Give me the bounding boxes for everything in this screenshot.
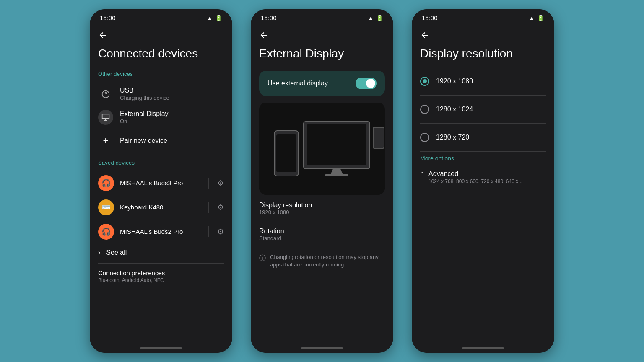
page-title-1: Connected devices xyxy=(98,47,224,61)
keyboard-icon: ⌨️ xyxy=(98,199,114,215)
display-preview xyxy=(259,103,385,195)
radio-circle-1280-720 xyxy=(420,133,429,142)
home-indicator-1 xyxy=(90,344,232,353)
status-time-3: 15:00 xyxy=(422,14,438,21)
saved-buds3[interactable]: 🎧 MISHAAL's Buds3 Pro ⚙ xyxy=(98,171,224,195)
display-resolution-section[interactable]: Display resolution 1920 x 1080 xyxy=(259,202,385,215)
vert-divider-3 xyxy=(208,226,209,237)
wifi-icon-1: ▲ xyxy=(207,15,213,21)
ext-display-icon xyxy=(98,110,113,125)
divider-r3 xyxy=(420,151,546,152)
rotation-section[interactable]: Rotation Standard xyxy=(259,228,385,241)
more-options-label: More options xyxy=(420,155,546,162)
info-section: ⓘ Changing rotation or resolution may st… xyxy=(259,253,385,269)
buds3-icon: 🎧 xyxy=(98,175,114,191)
page-title-3: Display resolution xyxy=(420,47,546,61)
connection-preferences-section[interactable]: Connection preferences Bluetooth, Androi… xyxy=(98,263,224,283)
usb-icon xyxy=(98,86,113,101)
back-button-3[interactable] xyxy=(420,31,546,41)
back-button-2[interactable] xyxy=(259,31,385,41)
toggle-knob xyxy=(366,79,375,88)
status-bar-1: 15:00 ▲ 🔋 xyxy=(90,9,232,24)
radio-1280-1024[interactable]: 1280 x 1024 xyxy=(420,99,546,120)
radio-inner-1920 xyxy=(423,79,427,83)
toggle-switch[interactable] xyxy=(356,78,377,89)
chevron-right-icon: › xyxy=(98,249,100,256)
home-indicator-3 xyxy=(412,344,554,353)
use-external-display-card[interactable]: Use external display xyxy=(259,71,385,96)
screen-1-content: Connected devices Other devices USB Char… xyxy=(90,24,232,344)
phone-small-illustration xyxy=(373,127,384,149)
status-time-2: 15:00 xyxy=(261,14,277,21)
saved-devices-label: Saved devices xyxy=(98,160,224,166)
saved-buds2[interactable]: 🎧 MISHAAL's Buds2 Pro ⚙ xyxy=(98,220,224,244)
phone-3: 15:00 ▲ 🔋 Display resolution 1920 x 1080… xyxy=(412,9,554,353)
radio-circle-1920 xyxy=(420,77,429,86)
monitor-illustration xyxy=(303,121,370,176)
see-all-item[interactable]: › See all xyxy=(98,244,224,261)
plus-icon: + xyxy=(98,133,113,148)
divider-3 xyxy=(259,248,385,248)
usb-text: USB Charging this device xyxy=(120,87,169,101)
ext-display-text: External Display On xyxy=(120,110,169,124)
advanced-item[interactable]: ˅ Advanced 1024 x 768, 800 x 600, 720 x … xyxy=(420,166,546,189)
radio-1280-720[interactable]: 1280 x 720 xyxy=(420,127,546,148)
wifi-icon-3: ▲ xyxy=(529,15,535,21)
battery-icon-1: 🔋 xyxy=(215,15,222,21)
divider-r1 xyxy=(420,95,546,96)
gear-icon-keyboard[interactable]: ⚙ xyxy=(217,203,224,212)
page-title-2: External Display xyxy=(259,47,385,61)
saved-keyboard[interactable]: ⌨️ Keyboard K480 ⚙ xyxy=(98,195,224,220)
screen-2-content: External Display Use external display xyxy=(251,24,393,344)
home-bar-2 xyxy=(301,347,343,349)
status-icons-1: ▲ 🔋 xyxy=(207,15,222,21)
divider-1 xyxy=(98,156,224,156)
divider-r2 xyxy=(420,123,546,124)
phone-1: 15:00 ▲ 🔋 Connected devices Other device… xyxy=(90,9,232,353)
saved-devices-section: Saved devices 🎧 MISHAAL's Buds3 Pro ⚙ ⌨️… xyxy=(98,160,224,261)
battery-icon-2: 🔋 xyxy=(376,15,383,21)
buds2-icon: 🎧 xyxy=(98,224,114,240)
gear-icon-buds2[interactable]: ⚙ xyxy=(217,227,224,236)
status-time-1: 15:00 xyxy=(100,14,116,21)
back-button-1[interactable] xyxy=(98,31,224,41)
vert-divider-2 xyxy=(208,202,209,213)
chevron-down-icon: ˅ xyxy=(420,171,423,179)
status-bar-3: 15:00 ▲ 🔋 xyxy=(412,9,554,24)
phone-illustration xyxy=(274,130,299,176)
home-indicator-2 xyxy=(251,344,393,353)
external-display-item[interactable]: External Display On xyxy=(98,106,224,129)
radio-circle-1280-1024 xyxy=(420,105,429,114)
phone-2: 15:00 ▲ 🔋 External Display Use external … xyxy=(251,9,393,353)
vert-divider-1 xyxy=(208,178,209,189)
radio-1920[interactable]: 1920 x 1080 xyxy=(420,71,546,92)
status-icons-3: ▲ 🔋 xyxy=(529,15,544,21)
home-bar-3 xyxy=(462,347,504,349)
other-devices-label: Other devices xyxy=(98,71,224,77)
status-bar-2: 15:00 ▲ 🔋 xyxy=(251,9,393,24)
status-icons-2: ▲ 🔋 xyxy=(368,15,383,21)
gear-icon-buds3[interactable]: ⚙ xyxy=(217,178,224,188)
usb-device-item[interactable]: USB Charging this device xyxy=(98,82,224,106)
home-bar-1 xyxy=(140,347,182,349)
battery-icon-3: 🔋 xyxy=(537,15,544,21)
wifi-icon-2: ▲ xyxy=(368,15,374,21)
screen-3-content: Display resolution 1920 x 1080 1280 x 10… xyxy=(412,24,554,344)
info-icon: ⓘ xyxy=(259,254,266,263)
divider-2 xyxy=(259,222,385,222)
pair-new-device-item[interactable]: + Pair new device xyxy=(98,129,224,153)
advanced-text: Advanced 1024 x 768, 800 x 600, 720 x 48… xyxy=(428,170,522,184)
